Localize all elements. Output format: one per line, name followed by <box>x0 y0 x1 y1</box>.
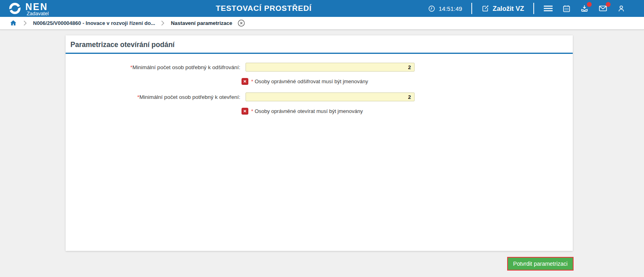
title-underline <box>66 53 573 54</box>
brand[interactable]: NEN Zadavatel <box>8 2 48 16</box>
close-tab-button[interactable] <box>237 19 245 27</box>
create-vz-label: Založit VZ <box>493 5 524 12</box>
confirm-parametrization-button[interactable]: Potvrdit parametrizaci <box>507 257 574 271</box>
calendar-button[interactable] <box>562 4 571 13</box>
clock-icon <box>428 5 436 12</box>
checkbox-row-open: ✕ * Osoby oprávněné otevírat musí být jm… <box>242 108 573 115</box>
nen-logo-icon <box>8 2 22 15</box>
parametrization-panel: Parametrizace otevírání podání *Minimáln… <box>66 35 573 251</box>
hamburger-menu-icon <box>543 4 553 12</box>
messages-button[interactable] <box>598 4 608 13</box>
min-persons-decrypt-input[interactable] <box>246 63 415 72</box>
notification-badge <box>606 2 611 7</box>
required-asterisk: * <box>251 108 253 114</box>
brand-name: NEN <box>25 2 48 11</box>
checkbox-false-icon[interactable]: ✕ <box>242 78 248 85</box>
min-persons-open-input[interactable] <box>246 92 415 101</box>
checkbox-row-decrypt: ✕ * Osoby oprávněné odšifrovat musí být … <box>242 78 573 85</box>
person-icon <box>617 4 625 13</box>
min-persons-decrypt-label: *Minimální počet osob potřebný k odšifro… <box>66 64 240 70</box>
home-button[interactable] <box>9 19 17 27</box>
brand-role-label: Zadavatel <box>27 11 49 16</box>
breadcrumb-item-procurement[interactable]: N006/25/V00004860 - Inovace v rozvoji ří… <box>33 20 155 26</box>
divider <box>533 3 534 14</box>
profile-button[interactable] <box>617 4 625 13</box>
downloads-button[interactable] <box>580 4 589 13</box>
calendar-icon <box>562 4 571 13</box>
open-persons-named-label: * Osoby oprávněné otevírat musí být jmen… <box>251 108 363 114</box>
environment-title: TESTOVACÍ PROSTŘEDÍ <box>216 0 312 17</box>
panel-title: Parametrizace otevírání podání <box>66 35 573 53</box>
top-bar: NEN Zadavatel TESTOVACÍ PROSTŘEDÍ 14:51:… <box>0 0 644 17</box>
current-time: 14:51:49 <box>439 5 462 12</box>
chevron-right-icon <box>161 21 165 26</box>
decrypt-persons-named-label: * Osoby oprávněné odšifrovat musí být jm… <box>251 78 368 84</box>
form-row-decrypt: *Minimální počet osob potřebný k odšifro… <box>66 63 573 72</box>
checkbox-false-icon[interactable]: ✕ <box>242 108 248 115</box>
chevron-right-icon <box>23 21 27 26</box>
breadcrumb: N006/25/V00004860 - Inovace v rozvoji ří… <box>0 17 644 30</box>
min-persons-open-label: *Minimální počet osob potřebný k otevřen… <box>66 94 240 100</box>
create-vz-button[interactable]: Založit VZ <box>481 4 524 12</box>
clock-group: 14:51:49 <box>428 5 462 12</box>
breadcrumb-item-current: Nastavení parametrizace <box>171 20 232 26</box>
edit-icon <box>481 4 489 12</box>
menu-button[interactable] <box>543 4 553 12</box>
form-row-open: *Minimální počet osob potřebný k otevřen… <box>66 92 573 101</box>
divider <box>471 3 472 14</box>
notification-badge <box>587 2 592 7</box>
required-asterisk: * <box>251 78 253 84</box>
